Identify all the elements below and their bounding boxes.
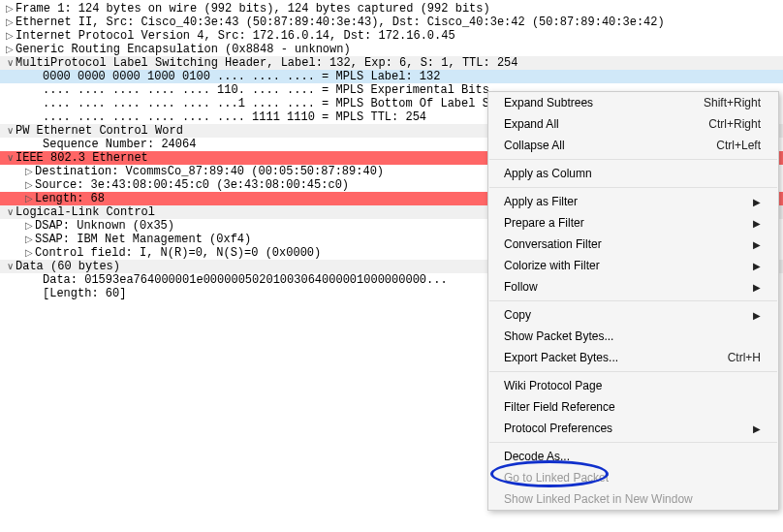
submenu-arrow-icon: ▶ [753,282,761,293]
menu-show-linked: Show Linked Packet in New Window [488,488,778,510]
collapse-icon[interactable]: ∨ [4,260,16,273]
tree-label: Internet Protocol Version 4, Src: 172.16… [16,29,455,43]
menu-label: Expand Subtrees [504,96,704,110]
menu-label: Colorize with Filter [504,259,753,272]
menu-divider [489,371,777,372]
tree-label: Ethernet II, Src: Cisco_40:3e:43 (50:87:… [16,16,665,29]
expand-icon[interactable]: ▷ [23,178,35,192]
menu-follow[interactable]: Follow ▶ [488,276,778,297]
menu-label: Filter Field Reference [504,400,761,414]
menu-shortcut: Ctrl+Left [716,139,761,152]
tree-label: 0000 0000 0000 1000 0100 .... .... .... … [43,70,440,83]
tree-label: [Length: 60] [43,287,126,300]
menu-prepare-filter[interactable]: Prepare a Filter ▶ [488,212,778,234]
tree-row-mpls-label[interactable]: 0000 0000 0000 1000 0100 .... .... .... … [0,70,783,83]
tree-label: Data: 01593ea764000001e00000050201003064… [43,273,448,287]
menu-label: Show Packet Bytes... [504,329,761,343]
collapse-icon[interactable]: ∨ [4,124,16,138]
menu-colorize-filter[interactable]: Colorize with Filter ▶ [488,255,778,276]
tree-label: IEEE 802.3 Ethernet [16,151,148,165]
tree-label: Logical-Link Control [16,205,155,219]
menu-label: Apply as Filter [504,195,753,208]
submenu-arrow-icon: ▶ [753,423,761,434]
menu-conversation-filter[interactable]: Conversation Filter ▶ [488,234,778,255]
tree-row-frame[interactable]: ▷ Frame 1: 124 bytes on wire (992 bits),… [0,2,783,16]
menu-label: Expand All [504,117,708,131]
submenu-arrow-icon: ▶ [753,218,761,229]
menu-expand-subtrees[interactable]: Expand Subtrees Shift+Right [488,92,778,113]
menu-label: Export Packet Bytes... [504,351,728,364]
tree-label: PW Ethernet Control Word [16,124,183,138]
submenu-arrow-icon: ▶ [753,310,761,321]
tree-row-mpls[interactable]: ∨ MultiProtocol Label Switching Header, … [0,56,783,70]
menu-label: Collapse All [504,139,716,152]
menu-label: Prepare a Filter [504,216,753,230]
menu-copy[interactable]: Copy ▶ [488,304,778,326]
tree-label: DSAP: Unknown (0x35) [35,219,174,233]
collapse-icon[interactable]: ∨ [4,151,16,165]
collapse-icon[interactable]: ∨ [4,205,16,219]
tree-label: Generic Routing Encapsulation (0x8848 - … [16,43,351,56]
menu-decode-as[interactable]: Decode As... [488,446,778,467]
tree-label: Data (60 bytes) [16,260,120,273]
tree-row-ip[interactable]: ▷ Internet Protocol Version 4, Src: 172.… [0,29,783,43]
menu-label: Decode As... [504,450,761,463]
collapse-icon[interactable]: ∨ [4,56,16,70]
tree-label: .... .... .... .... .... 110. .... .... … [43,83,489,97]
menu-label: Follow [504,280,753,294]
menu-wiki-page[interactable]: Wiki Protocol Page [488,375,778,396]
menu-goto-linked: Go to Linked Packet [488,467,778,488]
menu-divider [489,442,777,443]
menu-label: Show Linked Packet in New Window [504,492,761,506]
menu-label: Protocol Preferences [504,422,753,435]
menu-divider [489,300,777,301]
submenu-arrow-icon: ▶ [753,261,761,271]
tree-label: Destination: VcommsCo_87:89:40 (00:05:50… [35,165,384,178]
menu-divider [489,187,777,188]
submenu-arrow-icon: ▶ [753,197,761,207]
menu-shortcut: Shift+Right [704,96,761,110]
menu-label: Go to Linked Packet [504,471,761,485]
tree-label: Sequence Number: 24064 [43,138,196,151]
menu-label: Copy [504,308,753,322]
menu-label: Wiki Protocol Page [504,379,761,392]
expand-icon[interactable]: ▷ [23,165,35,178]
menu-shortcut: Ctrl+H [728,351,761,364]
menu-protocol-preferences[interactable]: Protocol Preferences ▶ [488,418,778,439]
tree-label: Control field: I, N(R)=0, N(S)=0 (0x0000… [35,246,321,260]
menu-export-packet-bytes[interactable]: Export Packet Bytes... Ctrl+H [488,347,778,368]
menu-shortcut: Ctrl+Right [708,117,761,131]
tree-row-ethernet[interactable]: ▷ Ethernet II, Src: Cisco_40:3e:43 (50:8… [0,16,783,29]
tree-label: MultiProtocol Label Switching Header, La… [16,56,517,70]
expand-icon[interactable]: ▷ [23,233,35,246]
expand-icon[interactable]: ▷ [23,246,35,260]
menu-show-packet-bytes[interactable]: Show Packet Bytes... [488,326,778,347]
tree-label: .... .... .... .... .... .... 1111 1110 … [43,110,426,124]
tree-label: .... .... .... .... .... ...1 .... .... … [43,97,489,110]
tree-label: SSAP: IBM Net Management (0xf4) [35,233,251,246]
submenu-arrow-icon: ▶ [753,239,761,250]
menu-expand-all[interactable]: Expand All Ctrl+Right [488,113,778,135]
menu-filter-reference[interactable]: Filter Field Reference [488,396,778,418]
expand-icon[interactable]: ▷ [23,192,35,205]
menu-divider [489,159,777,160]
menu-label: Conversation Filter [504,237,753,251]
expand-icon[interactable]: ▷ [4,43,16,56]
tree-row-gre[interactable]: ▷ Generic Routing Encapsulation (0x8848 … [0,43,783,56]
expand-icon[interactable]: ▷ [4,2,16,16]
menu-collapse-all[interactable]: Collapse All Ctrl+Left [488,135,778,156]
expand-icon[interactable]: ▷ [23,219,35,233]
menu-apply-filter[interactable]: Apply as Filter ▶ [488,191,778,212]
tree-label: Source: 3e:43:08:00:45:c0 (3e:43:08:00:4… [35,178,349,192]
expand-icon[interactable]: ▷ [4,29,16,43]
tree-label: Frame 1: 124 bytes on wire (992 bits), 1… [16,2,490,16]
menu-apply-column[interactable]: Apply as Column [488,163,778,184]
context-menu: Expand Subtrees Shift+Right Expand All C… [487,91,779,511]
menu-label: Apply as Column [504,167,761,180]
tree-label: Length: 68 [35,192,105,205]
expand-icon[interactable]: ▷ [4,16,16,29]
